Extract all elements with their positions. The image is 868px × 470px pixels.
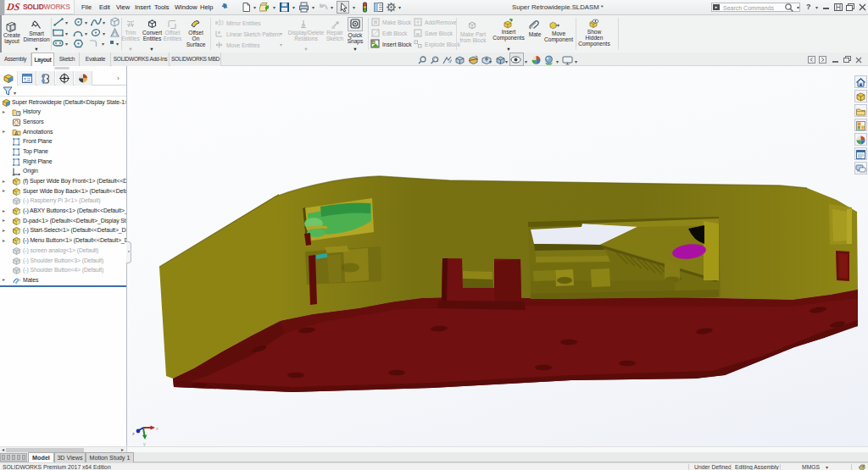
svg-text:z: z	[132, 431, 135, 436]
svg-text:x: x	[156, 426, 159, 431]
